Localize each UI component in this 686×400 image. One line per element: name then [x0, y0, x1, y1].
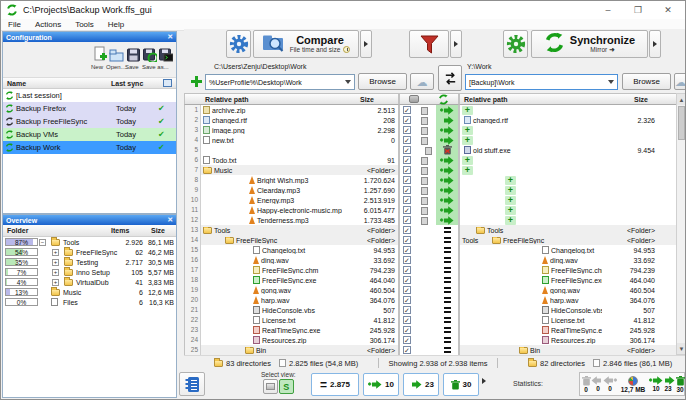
- splitter-sash[interactable]: [177, 31, 184, 399]
- middle-grid-row[interactable]: ✓: [400, 315, 458, 325]
- left-grid-row[interactable]: 1 archive.zip 2.513: [185, 105, 398, 115]
- overview-row[interactable]: 4% + VirtualDub 41 3,83 MB: [3, 277, 176, 287]
- right-cloud-button[interactable]: ☁: [674, 73, 686, 90]
- synchronize-dropdown-button[interactable]: [649, 30, 661, 58]
- view-filter-delete-right[interactable]: 30: [443, 373, 479, 396]
- row-checkbox[interactable]: ✓: [403, 216, 411, 224]
- left-grid-row[interactable]: 10 Energy.mp3 2.513.919: [185, 195, 398, 205]
- middle-grid-row[interactable]: ✓: [400, 245, 458, 255]
- sync-action-cell[interactable]: [436, 205, 458, 215]
- right-grid-row[interactable]: +: [460, 205, 686, 215]
- save-config-button[interactable]: [126, 44, 141, 62]
- sync-action-cell[interactable]: [436, 115, 458, 125]
- right-grid-row[interactable]: harp.wav 364.076: [460, 295, 686, 305]
- left-grid-row[interactable]: 18 FreeFileSync.exe 464.040: [185, 275, 398, 285]
- overview-row[interactable]: 54% + FreeFileSync 62 46,2 MB: [3, 247, 176, 257]
- row-checkbox[interactable]: ✓: [403, 276, 411, 284]
- sync-preview-view-button[interactable]: S: [279, 379, 294, 394]
- left-grid-row[interactable]: 17 FreeFileSync.chm 794.239: [185, 265, 398, 275]
- left-grid-row[interactable]: 14 FreeFileSync <Folder>: [185, 235, 398, 245]
- new-config-button[interactable]: [93, 44, 108, 62]
- left-grid-row[interactable]: 2 changed.rtf 208: [185, 115, 398, 125]
- left-grid-row[interactable]: 4 new.txt 0: [185, 135, 398, 145]
- left-folder-combobox[interactable]: %UserProfile%\Desktop\Work: [205, 74, 355, 90]
- config-row[interactable]: Backup Work Today ✔: [3, 141, 176, 154]
- right-grid-row[interactable]: +: [460, 155, 686, 165]
- filter-button[interactable]: [409, 30, 449, 58]
- synchronize-button[interactable]: Synchronize Mirror➜: [531, 30, 648, 58]
- sync-action-cell[interactable]: [436, 215, 458, 225]
- config-row[interactable]: [Last session]: [3, 89, 176, 102]
- middle-grid-row[interactable]: ✓: [400, 105, 458, 115]
- middle-grid-row[interactable]: ✓: [400, 305, 458, 315]
- left-grid-row[interactable]: 7 Music <Folder>: [185, 165, 398, 175]
- row-checkbox[interactable]: ✓: [403, 296, 411, 304]
- view-filter-create-right[interactable]: 10: [363, 373, 399, 396]
- row-checkbox[interactable]: ✓: [403, 236, 411, 244]
- view-filter-equal[interactable]: = 2.875: [311, 373, 359, 396]
- collapse-icon[interactable]: −: [39, 239, 46, 246]
- middle-grid-row[interactable]: ✓: [400, 335, 458, 345]
- right-grid-row[interactable]: +: [460, 105, 686, 115]
- left-grid-row[interactable]: 16 ding.wav 33.692: [185, 255, 398, 265]
- left-grid-row[interactable]: 21 HideConsole.vbs 507: [185, 305, 398, 315]
- close-button[interactable]: ✕: [653, 1, 683, 19]
- right-grid-row[interactable]: old stuff.exe 9.454: [460, 145, 686, 155]
- right-folder-combobox[interactable]: [Backup]\Work: [465, 74, 618, 90]
- config-row[interactable]: Backup Firefox Today ✔: [3, 102, 176, 115]
- middle-grid-row[interactable]: ✓: [400, 325, 458, 335]
- right-grid-row[interactable]: Tools <Folder>: [460, 225, 686, 235]
- middle-grid-row[interactable]: ✓: [400, 265, 458, 275]
- left-grid-row[interactable]: 3 image.png 2.298: [185, 125, 398, 135]
- sync-action-cell[interactable]: [436, 265, 458, 275]
- left-grid-row[interactable]: 9 Clearday.mp3 1.257.690: [185, 185, 398, 195]
- left-grid-row[interactable]: 6 Todo.txt 91: [185, 155, 398, 165]
- right-grid-scrollbar[interactable]: ▲ ▼: [676, 93, 686, 355]
- sync-action-cell[interactable]: [436, 235, 458, 245]
- sync-action-cell[interactable]: [436, 105, 458, 115]
- sync-action-cell[interactable]: [436, 125, 458, 135]
- row-checkbox[interactable]: ✓: [403, 336, 411, 344]
- sync-action-cell[interactable]: [436, 245, 458, 255]
- compare-dropdown-button[interactable]: [360, 30, 372, 58]
- scroll-up-icon[interactable]: ▲: [677, 94, 686, 105]
- row-checkbox[interactable]: ✓: [403, 306, 411, 314]
- right-grid-row[interactable]: +: [460, 125, 686, 135]
- sync-action-cell[interactable]: [436, 335, 458, 345]
- right-grid-row[interactable]: +: [460, 185, 686, 195]
- sync-action-cell[interactable]: [436, 315, 458, 325]
- left-grid-row[interactable]: 24 Resources.zip 306.174: [185, 335, 398, 345]
- middle-grid-row[interactable]: ✓: [400, 165, 458, 175]
- right-grid-row[interactable]: Changelog.txt 94.953: [460, 245, 686, 255]
- row-checkbox[interactable]: ✓: [403, 256, 411, 264]
- overview-row[interactable]: 35% + Testing 2.717 30,5 MB: [3, 257, 176, 267]
- middle-grid-row[interactable]: ✓: [400, 345, 458, 355]
- right-grid-row[interactable]: changed.rtf 2.326: [460, 115, 686, 125]
- overview-row[interactable]: 7% + Inno Setup 105 5,57 MB: [3, 267, 176, 277]
- right-grid-row[interactable]: +: [460, 215, 686, 225]
- menu-actions[interactable]: Actions: [28, 20, 68, 29]
- left-grid-row[interactable]: 22 License.txt 41.812: [185, 315, 398, 325]
- sync-action-cell[interactable]: [436, 175, 458, 185]
- left-grid-row[interactable]: 13 Tools <Folder>: [185, 225, 398, 235]
- sync-action-cell[interactable]: [436, 155, 458, 165]
- middle-grid-row[interactable]: ✓: [400, 115, 458, 125]
- config-row[interactable]: Backup VMs Today ✔: [3, 128, 176, 141]
- left-cloud-button[interactable]: ☁: [410, 73, 434, 90]
- row-checkbox[interactable]: ✓: [403, 326, 411, 334]
- save-as-batch-button[interactable]: [158, 44, 173, 62]
- combo-dropdown-icon[interactable]: [608, 80, 614, 84]
- row-checkbox[interactable]: ✓: [403, 206, 411, 214]
- right-grid-row[interactable]: License.txt 41.812: [460, 315, 686, 325]
- sync-action-cell[interactable]: [436, 285, 458, 295]
- right-grid-row[interactable]: FreeFileSync.chm 794.239: [460, 265, 686, 275]
- right-grid-row[interactable]: Bin <Folder>: [460, 345, 686, 355]
- row-checkbox[interactable]: ✓: [403, 116, 411, 124]
- filter-dropdown-button[interactable]: [450, 30, 462, 58]
- view-more-dropdown-icon[interactable]: [482, 378, 486, 384]
- menu-tools[interactable]: Tools: [68, 20, 101, 29]
- middle-grid-row[interactable]: ✓: [400, 285, 458, 295]
- sync-action-cell[interactable]: [436, 295, 458, 305]
- sync-action-cell[interactable]: [436, 275, 458, 285]
- left-grid-row[interactable]: 11 Happy-electronic-music.mp3 6.015.477: [185, 205, 398, 215]
